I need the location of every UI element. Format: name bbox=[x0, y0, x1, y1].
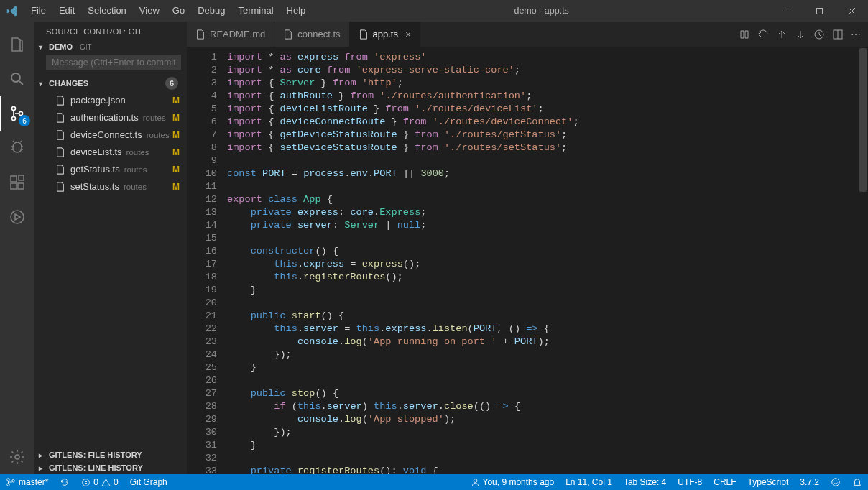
file-path: routes bbox=[143, 110, 166, 126]
file-icon bbox=[55, 95, 66, 106]
file-name: getStatus.ts bbox=[70, 162, 120, 177]
minimap[interactable] bbox=[800, 47, 858, 474]
gitlens-line-history[interactable]: GITLENS: LINE HISTORY bbox=[34, 461, 187, 474]
ts-version[interactable]: 3.7.2 bbox=[794, 474, 825, 490]
file-icon bbox=[55, 147, 66, 158]
revision-icon[interactable] bbox=[813, 29, 825, 40]
scrollbar-thumb[interactable] bbox=[859, 48, 867, 192]
file-status: M bbox=[172, 179, 180, 195]
svg-rect-8 bbox=[11, 183, 17, 189]
code-editor[interactable]: 1234567891011121314151617181920212223242… bbox=[187, 47, 868, 474]
svg-point-20 bbox=[474, 479, 477, 482]
menu-selection[interactable]: Selection bbox=[81, 0, 132, 22]
gitlens-file-history[interactable]: GITLENS: FILE HISTORY bbox=[34, 448, 187, 461]
more-icon[interactable]: ⋯ bbox=[851, 29, 861, 40]
prev-change-icon[interactable] bbox=[776, 29, 788, 40]
tab-connect[interactable]: connect.ts bbox=[274, 22, 349, 47]
file-icon bbox=[55, 181, 66, 193]
changed-file[interactable]: setStatus.ts routes M bbox=[34, 178, 187, 195]
changed-file[interactable]: getStatus.ts routes M bbox=[34, 161, 187, 178]
split-editor-icon[interactable] bbox=[832, 29, 844, 40]
file-name: setStatus.ts bbox=[70, 179, 119, 195]
changed-file[interactable]: authentication.ts routes M bbox=[34, 109, 187, 126]
svg-point-12 bbox=[15, 455, 19, 459]
open-changes-icon[interactable] bbox=[757, 29, 769, 40]
encoding[interactable]: UTF-8 bbox=[672, 474, 708, 490]
menu-debug[interactable]: Debug bbox=[191, 0, 231, 22]
scm-badge: 6 bbox=[19, 115, 30, 126]
tab-label: connect.ts bbox=[297, 29, 340, 40]
explorer-icon[interactable] bbox=[0, 27, 34, 62]
svg-point-5 bbox=[12, 117, 16, 121]
close-icon[interactable]: × bbox=[405, 29, 411, 40]
repo-name: DEMO bbox=[49, 42, 73, 51]
vscode-logo bbox=[0, 5, 24, 17]
gitlens-blame[interactable]: You, 9 months ago bbox=[465, 474, 560, 490]
file-name: authentication.ts bbox=[70, 110, 139, 126]
file-icon bbox=[195, 29, 206, 40]
menu-file[interactable]: File bbox=[24, 0, 52, 22]
svg-point-16 bbox=[7, 479, 10, 481]
menu-terminal[interactable]: Terminal bbox=[231, 0, 280, 22]
changed-file[interactable]: deviceList.ts routes M bbox=[34, 144, 187, 161]
title-bar: File Edit Selection View Go Debug Termin… bbox=[0, 0, 868, 22]
editor-panel: README.md connect.ts app.ts × ⋯ bbox=[187, 22, 868, 474]
menu-help[interactable]: Help bbox=[280, 0, 313, 22]
sync-icon[interactable] bbox=[54, 474, 75, 490]
svg-rect-7 bbox=[11, 176, 17, 182]
changed-file[interactable]: deviceConnect.ts routes M bbox=[34, 126, 187, 144]
eol[interactable]: CRLF bbox=[708, 474, 742, 490]
cursor-position[interactable]: Ln 11, Col 1 bbox=[560, 474, 618, 490]
file-status: M bbox=[172, 127, 180, 143]
git-branch[interactable]: master* bbox=[0, 474, 54, 490]
tab-size[interactable]: Tab Size: 4 bbox=[618, 474, 672, 490]
settings-gear-icon[interactable] bbox=[0, 440, 34, 474]
next-change-icon[interactable] bbox=[795, 29, 806, 40]
file-status: M bbox=[172, 162, 180, 177]
repo-section[interactable]: DEMO GIT bbox=[34, 40, 187, 53]
menu-view[interactable]: View bbox=[133, 0, 166, 22]
liveshare-icon[interactable] bbox=[0, 200, 34, 234]
tab-readme[interactable]: README.md bbox=[187, 22, 274, 47]
editor-actions: ⋯ bbox=[739, 22, 868, 47]
tab-label: app.ts bbox=[373, 29, 398, 40]
window-title: demo - app.ts bbox=[312, 6, 771, 16]
menu-edit[interactable]: Edit bbox=[52, 0, 81, 22]
feedback-icon[interactable] bbox=[825, 474, 846, 490]
file-icon bbox=[55, 129, 66, 141]
file-name: deviceList.ts bbox=[70, 144, 122, 160]
notifications-icon[interactable] bbox=[846, 474, 868, 490]
svg-point-17 bbox=[7, 484, 10, 486]
menu-go[interactable]: Go bbox=[166, 0, 191, 22]
file-status: M bbox=[172, 110, 180, 126]
changes-section[interactable]: CHANGES 6 bbox=[34, 75, 187, 92]
code-area[interactable]: import * as express from 'express'import… bbox=[227, 47, 868, 474]
changed-file[interactable]: package.json M bbox=[34, 92, 187, 109]
window-controls bbox=[771, 0, 868, 22]
maximize-button[interactable] bbox=[803, 0, 836, 22]
file-path: routes bbox=[124, 162, 147, 177]
file-icon bbox=[55, 164, 66, 175]
search-icon[interactable] bbox=[0, 62, 34, 96]
minimize-button[interactable] bbox=[771, 0, 803, 22]
problems[interactable]: 0 0 bbox=[75, 474, 124, 490]
file-path: routes bbox=[124, 179, 147, 195]
debug-icon[interactable] bbox=[0, 131, 34, 165]
close-button[interactable] bbox=[836, 0, 868, 22]
status-bar: master* 0 0 Git Graph You, 9 months ago … bbox=[0, 474, 868, 490]
commit-message-input[interactable] bbox=[46, 55, 181, 70]
line-gutter: 1234567891011121314151617181920212223242… bbox=[187, 47, 227, 474]
svg-point-2 bbox=[11, 73, 20, 82]
tab-app[interactable]: app.ts × bbox=[350, 22, 421, 47]
compare-icon[interactable] bbox=[739, 29, 750, 40]
changes-label: CHANGES bbox=[49, 79, 88, 88]
file-status: M bbox=[172, 93, 180, 108]
git-graph[interactable]: Git Graph bbox=[124, 474, 173, 490]
scrollbar[interactable] bbox=[858, 47, 868, 474]
menu-bar: File Edit Selection View Go Debug Termin… bbox=[24, 0, 312, 22]
extensions-icon[interactable] bbox=[0, 165, 34, 200]
activity-bar: 6 bbox=[0, 22, 34, 474]
language-mode[interactable]: TypeScript bbox=[742, 474, 795, 490]
file-path: routes bbox=[126, 144, 149, 160]
source-control-icon[interactable]: 6 bbox=[0, 96, 34, 131]
